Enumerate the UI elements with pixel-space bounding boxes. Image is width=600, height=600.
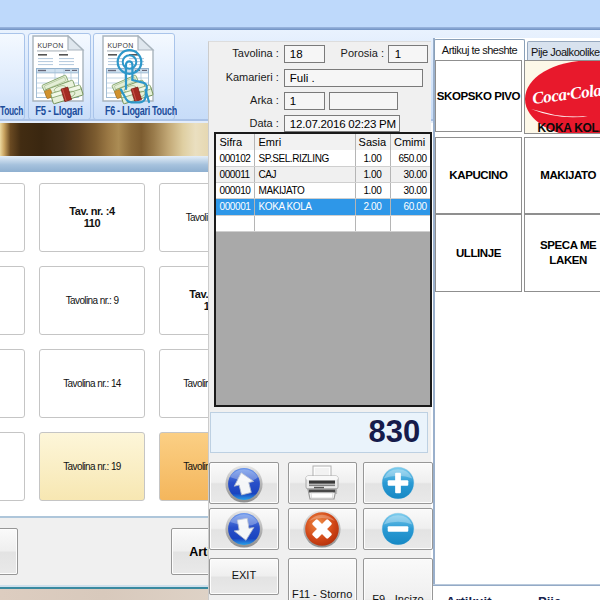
svg-text:KOKA KOLA: KOKA KOLA: [538, 121, 600, 135]
